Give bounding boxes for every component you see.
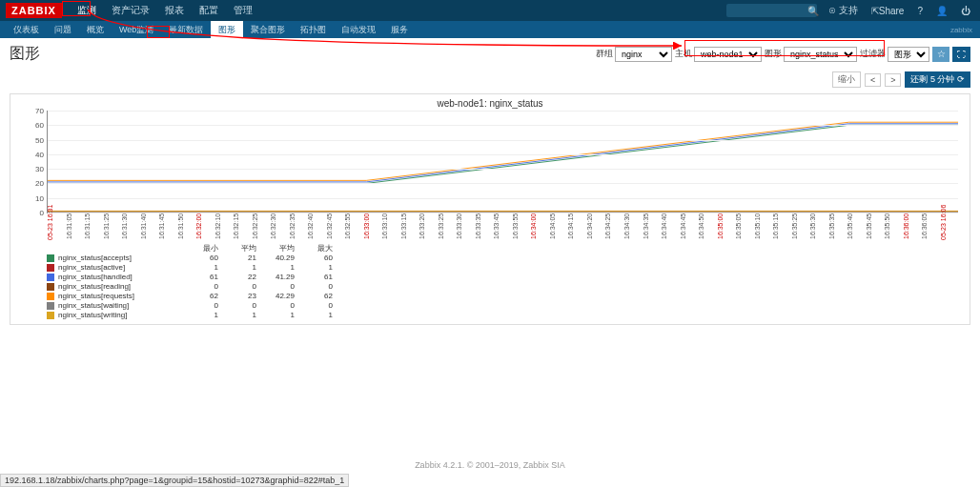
page-header: 图形 群组 nginx 主机 web-node1 图形 nginx_status… <box>0 38 980 70</box>
x-tick: 16:31:30 <box>121 213 140 240</box>
x-tick: 16:35:50 <box>884 213 903 240</box>
x-tick: 16:32:10 <box>214 213 234 240</box>
chart-plot: 010203040506070 <box>47 111 958 213</box>
next-button[interactable]: > <box>885 73 901 87</box>
sub-nav-item[interactable]: 仪表板 <box>6 21 47 39</box>
y-tick: 20 <box>25 179 44 188</box>
x-tick: 16:32:00 <box>195 213 214 240</box>
x-tick: 16:34:15 <box>567 213 586 240</box>
x-tick: 05-23 16:31 <box>47 213 66 240</box>
y-tick: 60 <box>25 121 44 130</box>
chart-legend: 最小平均平均最大nginx_status[accepts]602140.2960… <box>47 244 962 320</box>
top-bar: ZABBIX 监测资产记录报表配置管理 🔍 ⊙ 支持 ⇱Share ? 👤 ⏻ <box>0 0 980 21</box>
zoom-out-button[interactable]: 缩小 <box>832 71 861 88</box>
filter-bar: 群组 nginx 主机 web-node1 图形 nginx_status 过滤… <box>596 47 970 62</box>
logo: ZABBIX <box>6 3 62 18</box>
main-nav-item[interactable]: 配置 <box>192 0 226 21</box>
x-tick: 16:35:40 <box>847 213 866 240</box>
x-tick: 16:31:40 <box>140 213 159 240</box>
x-tick: 16:32:30 <box>270 213 289 240</box>
x-tick: 16:34:25 <box>604 213 623 240</box>
x-tick: 16:32:35 <box>289 213 308 240</box>
x-tick: 16:35:30 <box>809 213 828 240</box>
x-tick: 16:34:35 <box>643 213 662 240</box>
legend-row: nginx_status[writing]1111 <box>47 311 962 320</box>
x-tick: 16:33:35 <box>475 213 494 240</box>
legend-row: nginx_status[requests]622342.2962 <box>47 292 962 301</box>
legend-row: nginx_status[accepts]602140.2960 <box>47 254 962 263</box>
main-nav-item[interactable]: 管理 <box>226 0 260 21</box>
x-tick: 16:35:10 <box>754 213 773 240</box>
time-remaining[interactable]: 还剩 5 分钟 ⟳ <box>905 71 970 88</box>
x-tick: 16:32:45 <box>326 213 345 240</box>
x-tick: 16:34:50 <box>698 213 717 240</box>
chart-title: web-node1: nginx_status <box>18 98 962 109</box>
help-icon[interactable]: ? <box>913 6 927 16</box>
x-tick: 16:33:00 <box>363 213 382 240</box>
support-link[interactable]: ⊙ 支持 <box>825 4 862 17</box>
legend-row: nginx_status[handled]612241.2961 <box>47 273 962 282</box>
x-tick: 16:31:15 <box>84 213 103 240</box>
sub-nav-item[interactable]: Web监测 <box>112 21 161 39</box>
x-tick: 16:31:50 <box>177 213 196 240</box>
sub-nav-item[interactable]: 图形 <box>211 21 243 39</box>
x-tick: 16:35:15 <box>772 213 791 240</box>
host-select[interactable]: web-node1 <box>694 47 762 62</box>
main-nav-item[interactable]: 监测 <box>70 0 104 21</box>
x-tick: 16:31:05 <box>66 213 85 240</box>
sub-nav-item[interactable]: 问题 <box>47 21 79 39</box>
sub-nav-item[interactable]: 服务 <box>383 21 416 39</box>
group-label: 群组 <box>596 48 613 60</box>
y-tick: 10 <box>25 193 44 202</box>
graph-select[interactable]: nginx_status <box>784 47 857 62</box>
user-icon[interactable]: 👤 <box>932 6 951 16</box>
x-tick: 16:34:00 <box>530 213 549 240</box>
x-tick: 16:35:25 <box>791 213 810 240</box>
view-label: 过滤器 <box>860 48 886 60</box>
search-input[interactable] <box>726 4 817 17</box>
legend-row: nginx_status[active]1111 <box>47 263 962 273</box>
y-tick: 30 <box>25 165 44 173</box>
sub-nav-item[interactable]: 聚合图形 <box>243 21 293 39</box>
x-tick: 16:33:10 <box>381 213 400 240</box>
share-link[interactable]: ⇱Share <box>868 6 909 16</box>
footer-text: Zabbix 4.2.1. © 2001–2019, Zabbix SIA <box>0 460 980 470</box>
legend-row: nginx_status[reading]0000 <box>47 282 962 292</box>
x-tick: 16:34:30 <box>623 213 643 240</box>
logout-icon[interactable]: ⏻ <box>957 6 974 16</box>
x-tick: 16:34:40 <box>661 213 680 240</box>
host-label: 主机 <box>675 48 692 60</box>
search-icon[interactable]: 🔍 <box>807 6 819 16</box>
chart-container: web-node1: nginx_status 010203040506070 … <box>10 93 970 325</box>
status-bar-url: 192.168.1.18/zabbix/charts.php?page=1&gr… <box>0 474 349 487</box>
x-tick: 16:36:00 <box>903 213 922 240</box>
sub-nav-bar: 仪表板问题概览Web监测最新数据图形聚合图形拓扑图自动发现服务 zabbix <box>0 21 980 38</box>
sub-nav-item[interactable]: 自动发现 <box>334 21 383 39</box>
view-select[interactable]: 图形 <box>888 47 929 62</box>
main-nav-item[interactable]: 资产记录 <box>104 0 157 21</box>
corner-label: zabbix <box>950 26 972 34</box>
x-tick: 16:35:45 <box>866 213 885 240</box>
x-axis: 05-23 16:3116:31:0516:31:1516:31:2516:31… <box>47 213 958 240</box>
x-tick: 16:32:15 <box>233 213 252 240</box>
x-tick: 16:32:55 <box>344 213 363 240</box>
prev-button[interactable]: < <box>865 73 881 87</box>
sub-nav-item[interactable]: 最新数据 <box>161 21 211 39</box>
x-tick: 16:34:05 <box>549 213 568 240</box>
sub-nav-item[interactable]: 拓扑图 <box>293 21 334 39</box>
time-controls: 缩小 < > 还剩 5 分钟 ⟳ <box>0 70 980 90</box>
x-tick: 16:31:45 <box>158 213 177 240</box>
fullscreen-button[interactable]: ⛶ <box>952 47 970 62</box>
x-tick: 16:33:25 <box>438 213 457 240</box>
graph-label: 图形 <box>765 48 782 60</box>
main-nav-item[interactable]: 报表 <box>157 0 192 21</box>
x-tick: 16:32:40 <box>307 213 326 240</box>
favorite-button[interactable]: ☆ <box>932 47 949 62</box>
x-tick: 16:33:45 <box>493 213 512 240</box>
legend-row: nginx_status[waiting]0000 <box>47 301 962 311</box>
sub-nav-item[interactable]: 概览 <box>79 21 112 39</box>
group-select[interactable]: nginx <box>615 47 672 62</box>
x-tick: 16:35:35 <box>828 213 847 240</box>
y-tick: 0 <box>25 209 44 217</box>
x-tick: 05-23 16:06 <box>940 213 959 240</box>
